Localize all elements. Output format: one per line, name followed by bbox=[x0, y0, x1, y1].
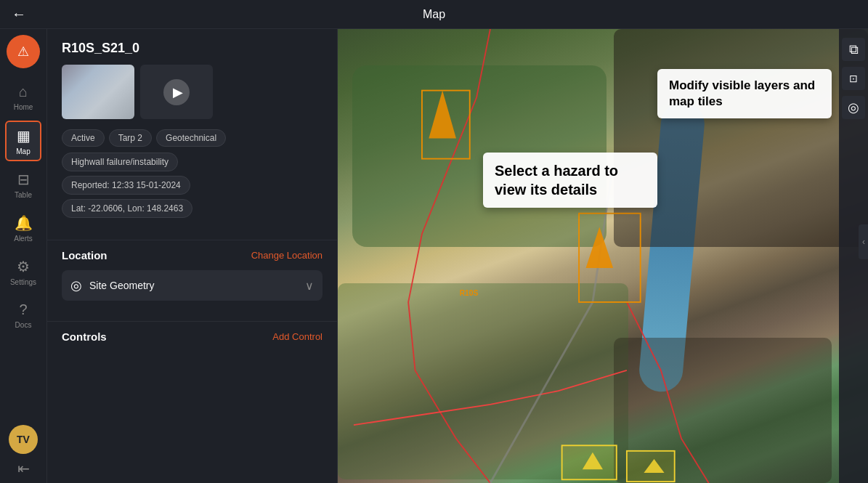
sidebar-item-alerts[interactable]: 🔔 Alerts bbox=[5, 208, 41, 248]
divider-1 bbox=[47, 240, 337, 240]
sidebar-label-alerts: Alerts bbox=[14, 235, 33, 243]
main-content: ⚠ ⌂ Home ▦ Map ⊟ Table 🔔 Alerts ⚙ Settin… bbox=[0, 29, 868, 483]
incident-title: R10S_S21_0 bbox=[62, 41, 323, 56]
sidebar-item-map[interactable]: ▦ Map bbox=[5, 121, 41, 161]
panel-header: R10S_S21_0 ▶ Active Tarp 2 Geotechnical … bbox=[47, 29, 337, 231]
tag-list: Active Tarp 2 Geotechnical bbox=[62, 129, 323, 147]
sidebar-item-settings[interactable]: ⚙ Settings bbox=[5, 251, 41, 292]
gps-control-button[interactable]: ◎ bbox=[842, 96, 865, 119]
logout-button[interactable]: ⇥ bbox=[17, 460, 30, 477]
tag-tarp: Tarp 2 bbox=[109, 129, 152, 147]
play-icon: ▶ bbox=[173, 84, 183, 100]
sidebar-bottom: TV ⇥ bbox=[9, 425, 38, 477]
hazard-tooltip: Select a hazard to view its details bbox=[483, 153, 657, 208]
top-bar: ← Map bbox=[0, 0, 868, 29]
home-icon: ⌂ bbox=[19, 84, 28, 100]
controls-section: Controls Add Control bbox=[47, 330, 337, 363]
back-button[interactable]: ← bbox=[12, 6, 26, 23]
user-avatar[interactable]: TV bbox=[9, 425, 38, 454]
add-control-button[interactable]: Add Control bbox=[272, 331, 323, 342]
site-geometry-item[interactable]: ◎ Site Geometry ∨ bbox=[62, 270, 323, 301]
location-section: Location Change Location ◎ Site Geometry… bbox=[47, 249, 337, 312]
geometry-label: Site Geometry bbox=[89, 280, 298, 291]
layers-tooltip: Modify visible layers and map tiles bbox=[657, 69, 832, 118]
change-location-button[interactable]: Change Location bbox=[251, 250, 323, 261]
thumbnail-image[interactable] bbox=[62, 65, 134, 119]
sidebar-label-home: Home bbox=[14, 103, 33, 111]
alerts-icon: 🔔 bbox=[15, 214, 33, 232]
chevron-down-icon: ∨ bbox=[305, 279, 314, 293]
vegetation-2 bbox=[338, 283, 628, 479]
location-control-button[interactable]: ⊡ bbox=[842, 67, 865, 90]
coordinates-chip: Lat: -22.0606, Lon: 148.2463 bbox=[62, 199, 192, 218]
map-container[interactable]: R10S Modify visible layers and map tiles… bbox=[338, 29, 868, 483]
page-title: Map bbox=[423, 8, 445, 21]
sidebar-item-home[interactable]: ⌂ Home bbox=[5, 77, 41, 118]
map-satellite: R10S Modify visible layers and map tiles… bbox=[338, 29, 868, 483]
controls-title: Controls bbox=[62, 330, 107, 343]
quarry-area-2 bbox=[614, 338, 832, 483]
tag-geo: Geotechnical bbox=[156, 129, 226, 147]
layers-control-button[interactable]: ⧉ bbox=[842, 38, 865, 61]
alert-icon: ⚠ bbox=[17, 44, 29, 60]
map-icon: ▦ bbox=[17, 127, 31, 145]
tag-active: Active bbox=[62, 129, 105, 147]
sidebar-item-table[interactable]: ⊟ Table bbox=[5, 164, 41, 205]
sidebar-item-docs[interactable]: ? Docs bbox=[5, 295, 41, 336]
location-icon: ◎ bbox=[70, 277, 82, 293]
sidebar-label-settings: Settings bbox=[10, 278, 36, 286]
thumbnail-inner bbox=[62, 65, 134, 119]
sidebar-label-docs: Docs bbox=[15, 321, 32, 329]
alert-button[interactable]: ⚠ bbox=[7, 35, 40, 68]
location-header: Location Change Location bbox=[62, 249, 323, 261]
media-row: ▶ bbox=[62, 65, 323, 119]
table-icon: ⊟ bbox=[17, 171, 30, 188]
detail-panel: R10S_S21_0 ▶ Active Tarp 2 Geotechnical … bbox=[47, 29, 338, 483]
controls-header: Controls Add Control bbox=[62, 330, 323, 343]
hazard-type-chip: Highwall failure/instability bbox=[62, 153, 178, 171]
sidebar-label-table: Table bbox=[15, 191, 32, 199]
settings-icon: ⚙ bbox=[17, 258, 30, 275]
video-thumbnail[interactable]: ▶ bbox=[140, 65, 213, 119]
divider-2 bbox=[47, 321, 337, 322]
location-title: Location bbox=[62, 249, 108, 261]
sidebar: ⚠ ⌂ Home ▦ Map ⊟ Table 🔔 Alerts ⚙ Settin… bbox=[0, 29, 47, 483]
reported-chip: Reported: 12:33 15-01-2024 bbox=[62, 176, 190, 195]
sidebar-label-map: Map bbox=[16, 147, 30, 155]
quarry-area bbox=[614, 29, 868, 247]
docs-icon: ? bbox=[19, 301, 27, 318]
play-button[interactable]: ▶ bbox=[163, 79, 190, 105]
